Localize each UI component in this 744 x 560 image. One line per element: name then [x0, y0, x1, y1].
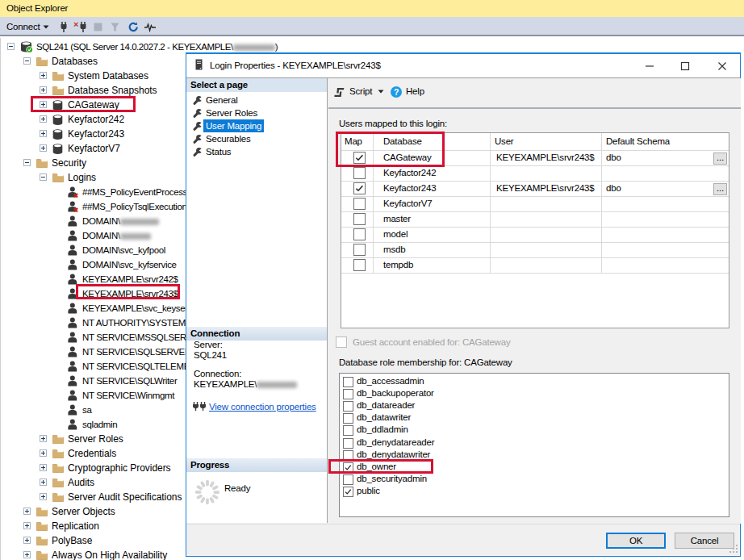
- svg-text:?: ?: [394, 87, 399, 97]
